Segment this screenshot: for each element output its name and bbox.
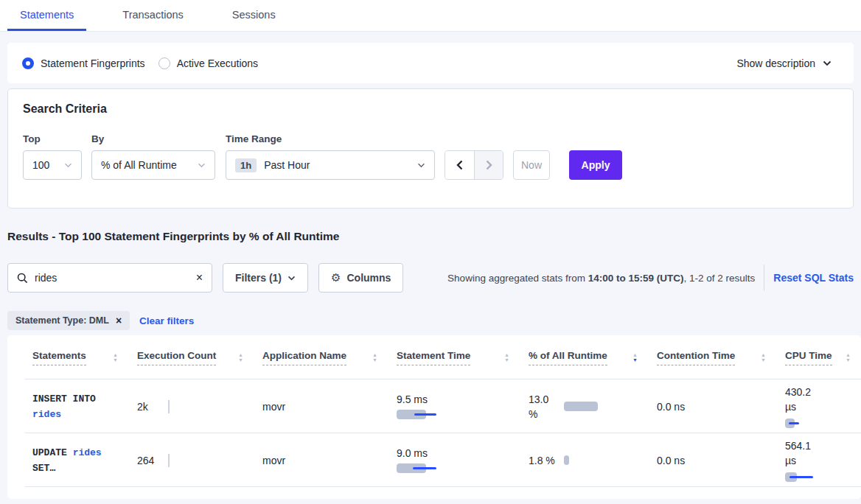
statements-table: Statements ▲▼ Execution Count ▲▼ Applica… [7,335,861,499]
statement-time-bar [397,410,441,419]
search-icon [17,273,28,284]
percent-runtime-cell: 13.0 % [529,392,657,421]
chevron-down-icon [287,276,296,281]
col-header-cpu-time[interactable]: CPU Time ▲▼ [785,350,855,365]
top-label: Top [23,133,82,144]
time-range-value: Past Hour [264,159,417,171]
cpu-time-value: 564.1 µs [785,438,819,468]
contention-time-cell: 0.0 ns [657,401,785,413]
time-range-select[interactable]: 1h Past Hour [226,150,435,180]
radio-unselected-icon[interactable] [158,57,170,69]
remove-filter-icon[interactable]: × [116,315,122,326]
percent-runtime-bar [564,455,569,465]
cpu-time-cell: 564.1 µs [785,438,855,482]
sort-icon-active[interactable]: ▲▼ [632,352,638,363]
col-header-percent-runtime[interactable]: % of All Runtime ▲▼ [529,350,657,365]
tab-statements[interactable]: Statements [7,0,86,31]
tab-transactions[interactable]: Transactions [110,0,195,31]
radio-selected-icon[interactable] [22,57,34,69]
sort-icon[interactable]: ▲▼ [846,352,851,363]
chevron-right-icon [486,160,492,170]
execution-count-bar [168,454,170,467]
filter-pill-row: Statement Type: DML × Clear filters [7,311,854,330]
time-range-badge: 1h [235,158,257,172]
reset-sql-stats-link[interactable]: Reset SQL Stats [773,272,854,284]
chevron-down-icon [417,163,425,168]
statement-text: SET… [32,463,55,474]
statement-cell: INSERT INTO rides [32,391,119,422]
by-select[interactable]: % of All Runtime [91,150,215,180]
col-header-application-name[interactable]: Application Name ▲▼ [262,350,397,365]
clear-search-icon[interactable]: × [196,272,203,284]
execution-count-cell: 264 [137,455,262,466]
top-select[interactable]: 100 [23,150,82,180]
percent-runtime-cell: 1.8 % [529,453,657,468]
filters-button[interactable]: Filters (1) [223,263,308,293]
aggregated-stats-note: Showing aggregated stats from 14:00 to 1… [447,273,755,284]
application-name-cell: movr [262,401,397,413]
cpu-time-value: 430.2 µs [785,385,819,414]
stats-time-range: 14:00 to 15:59 (UTC) [588,273,684,284]
apply-button[interactable]: Apply [569,150,622,180]
clear-filters-link[interactable]: Clear filters [139,315,194,326]
col-header-statement-time[interactable]: Statement Time ▲▼ [397,350,529,365]
statement-time-value: 9.0 ms [397,447,529,459]
sort-icon[interactable]: ▲▼ [113,352,118,363]
percent-runtime-bar [564,402,598,411]
statement-link[interactable]: rides [73,447,102,458]
col-header-statements[interactable]: Statements ▲▼ [32,350,137,365]
time-range-label: Time Range [226,133,435,144]
percent-runtime-value: 1.8 % [529,453,557,468]
statement-time-bar [397,463,441,473]
sort-icon[interactable]: ▲▼ [238,352,243,363]
search-criteria-panel: Search Criteria Top 100 By % of All Runt… [7,88,854,209]
sort-icon[interactable]: ▲▼ [372,352,377,363]
col-header-contention-time[interactable]: Contention Time ▲▼ [657,350,785,365]
chevron-down-icon [823,60,832,66]
statement-text: INSERT INTO [32,393,96,405]
table-header-row: Statements ▲▼ Execution Count ▲▼ Applica… [7,335,861,379]
search-criteria-title: Search Criteria [23,102,838,116]
filters-label: Filters (1) [235,272,282,284]
by-select-value: % of All Runtime [101,159,198,171]
radio-statement-fingerprints[interactable]: Statement Fingerprints [22,57,145,69]
statement-time-cell: 9.5 ms [397,393,529,419]
show-description-toggle[interactable]: Show description [736,57,832,69]
sort-icon[interactable]: ▲▼ [761,352,766,363]
gear-icon: ⚙ [331,271,341,284]
cpu-time-cell: 430.2 µs [785,385,855,428]
cpu-time-bar [785,419,819,428]
radio-active-executions[interactable]: Active Executions [158,57,259,69]
col-header-execution-count[interactable]: Execution Count ▲▼ [137,350,262,365]
show-description-label: Show description [736,57,815,69]
search-input[interactable] [35,272,189,284]
columns-button[interactable]: ⚙ Columns [318,263,403,293]
application-name-cell: movr [262,455,397,466]
table-row: INSERT INTO rides 2k movr 9.5 ms 13.0 % … [7,379,861,433]
columns-label: Columns [346,272,391,284]
execution-count-bar [168,400,170,413]
statement-cell: UPDATE rides SET… [32,445,119,476]
vertical-divider [764,265,764,291]
execution-count-value: 264 [137,455,154,466]
sort-icon[interactable]: ▲▼ [504,352,509,363]
stats-suffix: , 1-2 of 2 results [684,273,756,284]
statement-link[interactable]: rides [32,409,61,420]
statement-time-value: 9.5 ms [397,393,529,405]
time-prev-button[interactable] [445,151,474,179]
time-next-button[interactable] [474,151,503,179]
by-label: By [91,133,215,144]
cpu-time-bar [785,472,819,482]
radio-label: Statement Fingerprints [41,57,145,69]
chevron-down-icon [198,163,206,168]
tab-sessions[interactable]: Sessions [220,0,288,31]
contention-time-cell: 0.0 ns [657,455,785,466]
now-button[interactable]: Now [513,150,550,180]
filter-pill-label: Statement Type: DML [15,315,109,326]
view-toggle-bar: Statement Fingerprints Active Executions… [7,43,854,83]
search-box[interactable]: × [7,263,212,293]
filter-pill-statement-type: Statement Type: DML × [7,311,130,330]
top-select-value: 100 [32,159,64,171]
statement-text: UPDATE [32,447,67,458]
table-row: UPDATE rides SET… 264 movr 9.0 ms 1.8 % … [7,433,861,487]
